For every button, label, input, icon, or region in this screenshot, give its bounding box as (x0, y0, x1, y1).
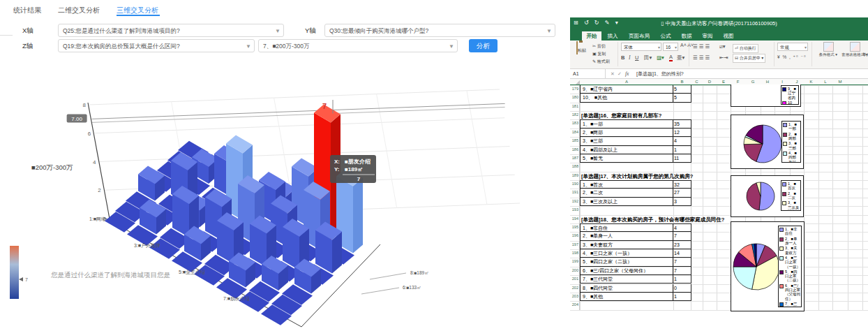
ribbon-tab-插入[interactable]: 插入 (603, 31, 622, 41)
number-format-combo[interactable]: 常规▾ (777, 43, 808, 51)
grow-font-button[interactable]: A˄ A˅ (680, 43, 694, 47)
fx-icon[interactable]: fx (625, 69, 629, 78)
cell-option-value[interactable]: 1 (673, 275, 691, 284)
chart-object[interactable]: 9、■辽宁省内10、■其他 (731, 84, 801, 107)
column-header-E[interactable]: E (722, 80, 725, 84)
column-header-D[interactable]: D (708, 80, 711, 84)
cell-option-value[interactable]: 7 (673, 232, 691, 240)
cell-option-value[interactable]: 5 (673, 94, 691, 102)
cell-option-label[interactable]: 9、■其他 (580, 293, 673, 301)
cell-option-label[interactable]: 3、■夫妻双方 (580, 241, 673, 249)
cell-option-label[interactable]: 5、■四口之家（二孩） (580, 258, 673, 266)
legend-swatch (779, 270, 784, 274)
cell-option-value[interactable]: 14 (673, 249, 691, 258)
legend-entry: 1、■首次 (782, 182, 800, 191)
ribbon-separator (689, 42, 689, 66)
cell-option-label[interactable]: 10、 ■其他 (580, 94, 673, 102)
cell-option-value[interactable]: 27 (673, 189, 691, 197)
cell-option-value[interactable]: 5 (673, 85, 691, 94)
column-header-J[interactable]: J (796, 80, 798, 84)
cell-option-value[interactable]: 1 (673, 146, 691, 154)
cell-option-label[interactable]: 2、■两部 (580, 128, 673, 137)
merge-center-button[interactable]: ⊟ 合并后居中 ▾ (733, 54, 765, 63)
column-header-H[interactable]: H (766, 80, 769, 84)
column-header-K[interactable]: K (809, 80, 812, 84)
orientation-button[interactable]: ⧄▾ (719, 43, 726, 50)
cell-option-value[interactable]: 0 (673, 284, 691, 293)
column-header-L[interactable]: L (824, 80, 826, 84)
indent-buttons[interactable]: ⇤⇥ (719, 54, 728, 61)
cell-option-value[interactable]: 4 (673, 137, 691, 145)
cell-option-label[interactable]: 2、■单身一人 (580, 232, 673, 240)
cell-option-label[interactable]: 1、■首次 (580, 180, 673, 189)
ribbon-tab-开始[interactable]: 开始 (582, 31, 601, 41)
column-header-B[interactable]: B (680, 80, 683, 84)
cell-option-value[interactable]: 3 (673, 198, 691, 206)
cell-styles-button[interactable]: 单元格样式 ▾ (860, 42, 868, 57)
wrap-text-button[interactable]: ⏎ 自动换行 (733, 44, 758, 53)
ribbon-tab-页面布局[interactable]: 页面布局 (624, 31, 654, 41)
cell-option-value[interactable]: 4 (673, 223, 691, 232)
cut-button[interactable]: ✂ 剪切 (592, 43, 606, 50)
cell-option-label[interactable]: 1、■非自住 (580, 223, 673, 232)
column-header-M[interactable]: M (839, 80, 842, 84)
italic-button[interactable]: I (629, 54, 631, 61)
chart-object[interactable]: 1、■一部2、■两部3、■三部4、■四部及以上5、■暂无 (731, 115, 804, 169)
underline-button[interactable]: U (635, 54, 638, 61)
number-format-buttons[interactable]: ¥ % , ⁺⁰ ⁻⁰ (777, 54, 807, 60)
paste-button[interactable]: 粘贴 (573, 42, 590, 54)
column-header-C[interactable]: C (695, 80, 698, 84)
borders-button[interactable]: 田▾ (644, 54, 652, 61)
bar3d-chart[interactable]: 7.00864201:■网络3:■户外路牌5:■业主介绍7:■朋友介绍6:■13… (0, 0, 558, 331)
ribbon-tab-数据[interactable]: 数据 (677, 31, 696, 41)
cell-option-label[interactable]: 6、■三/四口之家（父母同住） (580, 267, 673, 275)
chart-legend: 1、■首次2、■二次3、■三次及以上 (781, 180, 801, 211)
ribbon-tab-bar: 开始插入页面布局公式数据审阅视图 (570, 31, 868, 41)
ribbon-tab-视图[interactable]: 视图 (719, 31, 738, 41)
column-header-G[interactable]: G (751, 80, 755, 84)
fill-color-button[interactable]: ▨▾ (657, 54, 664, 61)
cell-option-label[interactable]: 9、■辽宁省内 (580, 85, 673, 94)
align-bottom-buttons[interactable]: ☰☰☰ (693, 54, 711, 61)
cell-option-label[interactable]: 5、■暂无 (580, 154, 673, 163)
column-header-I[interactable]: I (781, 80, 783, 84)
cell-option-value[interactable]: 7 (673, 258, 691, 266)
format-painter-button[interactable]: ✎ 格式刷 (592, 59, 610, 65)
font-name-combo[interactable]: 宋体▾ (621, 43, 661, 51)
phonetic-button[interactable]: 亜▾ (677, 54, 684, 61)
cell-option-value[interactable]: 7 (673, 267, 691, 275)
ribbon-tab-公式[interactable]: 公式 (656, 31, 675, 41)
cell-option-value[interactable]: 12 (673, 128, 691, 137)
font-size-combo[interactable]: 16▾ (663, 43, 678, 51)
cell-option-label[interactable]: 3、■三部 (580, 137, 673, 145)
cell-option-value[interactable]: 11 (673, 154, 691, 163)
bold-button[interactable]: B (621, 54, 624, 61)
cell-option-label[interactable]: 4、■四部及以上 (580, 146, 673, 154)
name-box[interactable]: A1 (570, 69, 606, 78)
cell-option-label[interactable]: 3、■三次及以上 (580, 198, 673, 206)
cell-option-value[interactable]: 23 (673, 241, 691, 249)
align-top-buttons[interactable]: ☰☰☰ (693, 43, 711, 50)
cancel-icon[interactable]: ✕ (611, 69, 615, 78)
colorbar[interactable] (10, 246, 19, 299)
conditional-formatting-button[interactable]: 条件格式 ▾ (814, 42, 842, 57)
chart-object[interactable]: 1、■首次2、■二次3、■三次及以上 (731, 175, 804, 217)
enter-icon[interactable]: ✓ (618, 69, 622, 78)
font-color-button[interactable]: A (669, 54, 673, 61)
copy-button[interactable]: ▣ 复制 (592, 51, 606, 57)
row-number: 191 (570, 190, 578, 194)
ribbon-tab-审阅[interactable]: 审阅 (698, 31, 717, 41)
formula-input[interactable]: [单选题]1、您的性别? (636, 69, 684, 78)
cell-option-label[interactable]: 7、■三代同堂 (580, 275, 673, 284)
cell-question-title: [单选题]18、您本次购买的房子，预计会有哪些家庭成员同住? (581, 216, 724, 223)
cell-option-label[interactable]: 8、■四代同堂 (580, 284, 673, 293)
cell-option-value[interactable]: 35 (673, 119, 691, 128)
column-header-F[interactable]: F (737, 80, 740, 84)
column-header-A[interactable]: A (625, 80, 628, 84)
chart-object[interactable]: 1、■非自住2、■单身一人3、■夫妻双方4、■三口之家（一孩）5、■四口之家（二… (731, 221, 805, 311)
cell-option-label[interactable]: 1、■一部 (580, 119, 673, 128)
cell-option-label[interactable]: 2、■二次 (580, 189, 673, 197)
cell-option-label[interactable]: 4、■三口之家（一孩） (580, 249, 673, 258)
cell-option-value[interactable]: 32 (673, 180, 691, 189)
cell-option-value[interactable]: 1 (673, 293, 691, 301)
